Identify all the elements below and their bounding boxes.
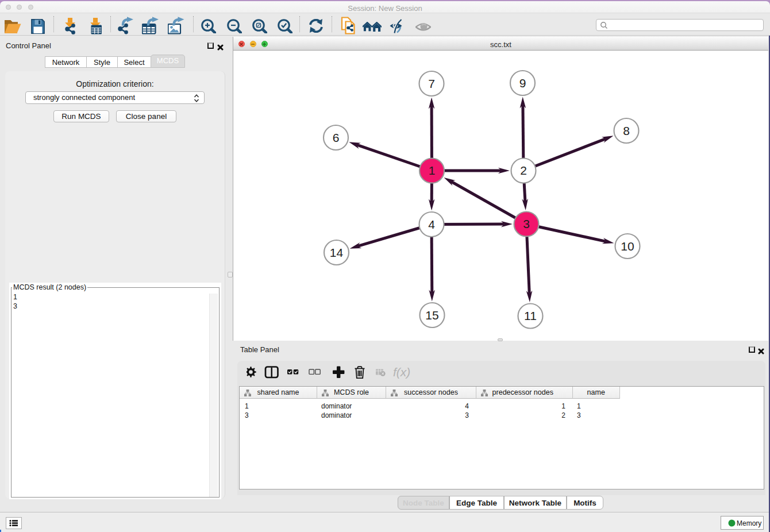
svg-text:2: 2 (520, 164, 527, 177)
svg-text:3: 3 (523, 217, 530, 230)
svg-text:7: 7 (428, 77, 435, 90)
svg-text:15: 15 (425, 309, 438, 322)
svg-text:4: 4 (428, 218, 435, 231)
svg-text:14: 14 (330, 246, 344, 259)
svg-text:f(x): f(x) (393, 366, 410, 379)
svg-text:9: 9 (519, 76, 526, 90)
svg-text:8: 8 (623, 124, 630, 137)
svg-text:1: 1 (429, 164, 436, 177)
svg-text:6: 6 (333, 131, 340, 144)
svg-text:10: 10 (621, 240, 634, 253)
svg-text:11: 11 (524, 309, 537, 322)
